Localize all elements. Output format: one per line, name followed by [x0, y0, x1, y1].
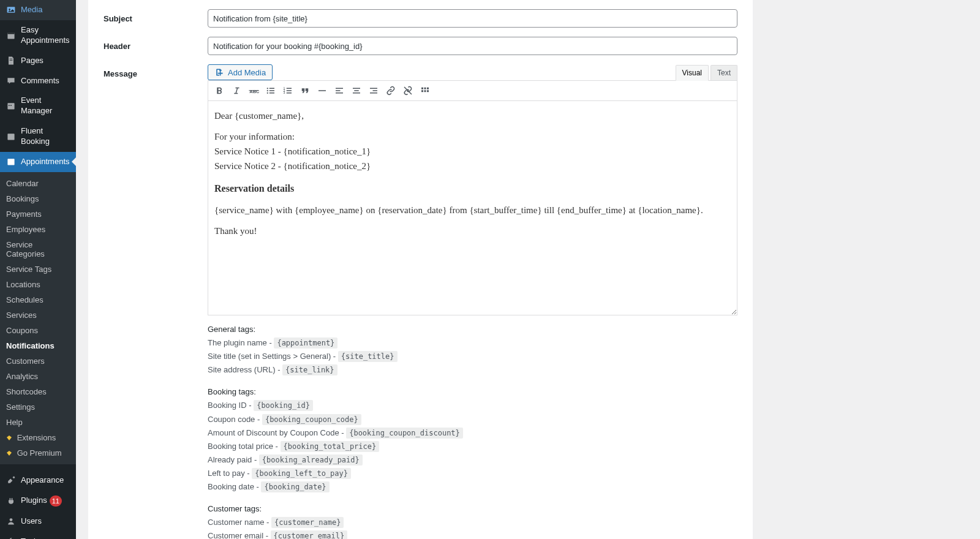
svg-rect-48	[424, 90, 426, 92]
link-button[interactable]	[383, 83, 398, 98]
tag-row: Booking total price - {booking_total_pri…	[208, 440, 737, 453]
submenu-coupons[interactable]: Coupons	[0, 323, 76, 338]
submenu-bookings[interactable]: Bookings	[0, 191, 76, 206]
tag-row: Coupon code - {booking_coupon_code}	[208, 413, 737, 426]
booking-tags-title: Booking tags:	[208, 385, 737, 399]
svg-rect-5	[10, 60, 13, 61]
align-center-button[interactable]	[349, 83, 364, 98]
comments-icon	[6, 76, 16, 86]
submenu-customers[interactable]: Customers	[0, 353, 76, 369]
tag-row: Already paid - {booking_already_paid}	[208, 453, 737, 467]
notification-form: Subject Header Message Add Media	[88, 0, 753, 539]
submenu-service-categories[interactable]: Service Categories	[0, 237, 76, 262]
header-input[interactable]	[208, 37, 737, 55]
sidebar-item-easy-appointments[interactable]: Easy Appointments	[0, 20, 76, 51]
svg-rect-29	[287, 88, 292, 89]
submenu-analytics[interactable]: Analytics	[0, 369, 76, 384]
tag-token: {booking_total_price}	[281, 441, 380, 452]
quote-button[interactable]	[298, 83, 312, 98]
calendar-icon	[6, 157, 16, 167]
svg-rect-9	[7, 134, 14, 140]
toolbar-toggle-button[interactable]	[418, 83, 432, 98]
submenu-extensions[interactable]: Extensions	[0, 430, 76, 445]
svg-rect-39	[354, 90, 359, 91]
tag-token: {customer_email}	[271, 530, 348, 539]
editor-heading: Reservation details	[214, 181, 731, 197]
tag-token: {appointment}	[274, 337, 337, 349]
tag-label: Booking date -	[208, 482, 261, 491]
sidebar-item-label: Pages	[21, 56, 43, 66]
sidebar-item-fluent-booking[interactable]: Fluent Booking	[0, 121, 76, 152]
sidebar-item-label: Event Manager	[21, 96, 71, 116]
submenu-settings[interactable]: Settings	[0, 399, 76, 415]
svg-rect-27	[270, 92, 274, 94]
numbered-list-button[interactable]: 123	[281, 83, 295, 98]
sidebar-item-label: Media	[21, 5, 42, 15]
sidebar-item-label: Appointments	[21, 157, 70, 167]
sidebar-item-media[interactable]: Media	[0, 0, 76, 20]
tag-token: {booking_date}	[261, 481, 329, 492]
submenu-shortcodes[interactable]: Shortcodes	[0, 384, 76, 399]
bullet-list-button[interactable]	[263, 83, 278, 98]
editor-tab-visual[interactable]: Visual	[676, 65, 709, 81]
svg-text:3: 3	[284, 91, 285, 94]
sidebar-item-label: Plugins	[21, 496, 47, 506]
tag-label: Booking ID -	[208, 401, 254, 410]
submenu-notifications[interactable]: Notifications	[0, 338, 76, 353]
add-media-button[interactable]: Add Media	[208, 64, 273, 80]
svg-rect-44	[421, 88, 423, 89]
align-left-button[interactable]	[332, 83, 347, 98]
message-editor[interactable]: Dear {customer_name}, For your informati…	[208, 101, 737, 315]
sidebar-item-tools[interactable]: Tools	[0, 532, 76, 539]
editor-text: Service Notice 1 - {notification_notice_…	[214, 146, 371, 156]
svg-point-26	[267, 92, 268, 94]
svg-point-1	[9, 9, 10, 10]
tag-token: {booking_already_paid}	[259, 454, 363, 466]
calendar-icon	[6, 31, 16, 40]
tag-row: Site address (URL) - {site_link}	[208, 363, 737, 377]
svg-rect-6	[7, 104, 14, 110]
submenu-services[interactable]: Services	[0, 307, 76, 323]
svg-rect-45	[424, 88, 426, 89]
align-right-button[interactable]	[366, 83, 381, 98]
editor-line-greeting: Dear {customer_name},	[214, 108, 731, 123]
calendar-icon	[6, 132, 16, 141]
svg-rect-40	[353, 92, 360, 94]
tag-label: Left to pay -	[208, 469, 252, 478]
editor-text: Service Notice 2 - {notification_notice_…	[214, 161, 371, 171]
sidebar-item-appearance[interactable]: Appearance	[0, 470, 76, 491]
svg-rect-36	[336, 90, 341, 91]
main-content: Subject Header Message Add Media	[76, 0, 980, 539]
editor-line-info: For your information: Service Notice 1 -…	[214, 129, 731, 173]
submenu-payments[interactable]: Payments	[0, 206, 76, 222]
unlink-button[interactable]	[401, 83, 415, 98]
italic-button[interactable]	[229, 83, 244, 98]
sidebar-item-comments[interactable]: Comments	[0, 71, 76, 91]
sidebar-item-plugins[interactable]: Plugins 11	[0, 491, 76, 511]
plugins-icon	[6, 496, 16, 506]
submenu-locations[interactable]: Locations	[0, 277, 76, 292]
editor-tab-text[interactable]: Text	[710, 65, 737, 80]
editor-text: For your information:	[214, 132, 295, 141]
submenu-schedules[interactable]: Schedules	[0, 292, 76, 307]
svg-rect-8	[10, 105, 12, 107]
submenu-help[interactable]: Help	[0, 415, 76, 430]
submenu-go-premium[interactable]: Go Premium	[0, 445, 76, 461]
tag-label: The plugin name -	[208, 338, 274, 347]
submenu-employees[interactable]: Employees	[0, 222, 76, 237]
strikethrough-button[interactable]: ABC	[246, 83, 261, 98]
submenu-service-tags[interactable]: Service Tags	[0, 262, 76, 277]
submenu-calendar[interactable]: Calendar	[0, 176, 76, 191]
hr-button[interactable]	[315, 83, 330, 98]
sidebar-item-users[interactable]: Users	[0, 511, 76, 532]
subject-input[interactable]	[208, 9, 737, 28]
bold-button[interactable]	[212, 83, 227, 98]
sidebar-item-label: Fluent Booking	[21, 126, 71, 147]
sidebar-item-pages[interactable]: Pages	[0, 51, 76, 71]
sidebar-item-event-manager[interactable]: Event Manager	[0, 91, 76, 121]
svg-rect-43	[370, 92, 377, 94]
svg-point-12	[10, 518, 13, 521]
svg-rect-34	[318, 90, 326, 91]
sidebar-item-appointments[interactable]: Appointments	[0, 152, 76, 172]
tag-label: Customer name -	[208, 518, 271, 527]
